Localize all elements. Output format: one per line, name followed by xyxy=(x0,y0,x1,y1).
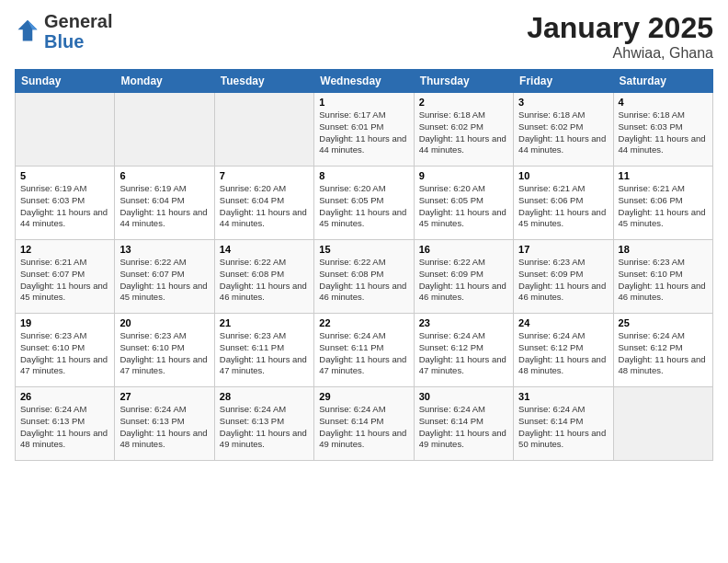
day-number: 13 xyxy=(119,244,209,255)
table-row: 11Sunrise: 6:21 AM Sunset: 6:06 PM Dayli… xyxy=(613,167,712,240)
day-number: 9 xyxy=(419,170,508,181)
day-number: 12 xyxy=(20,244,109,255)
col-monday: Monday xyxy=(115,70,214,93)
logo: General Blue xyxy=(15,11,112,52)
day-info: Sunrise: 6:18 AM Sunset: 6:02 PM Dayligh… xyxy=(419,109,508,156)
day-info: Sunrise: 6:23 AM Sunset: 6:10 PM Dayligh… xyxy=(20,330,109,377)
table-row: 22Sunrise: 6:24 AM Sunset: 6:11 PM Dayli… xyxy=(314,314,414,387)
day-number: 30 xyxy=(419,391,508,402)
day-info: Sunrise: 6:22 AM Sunset: 6:08 PM Dayligh… xyxy=(220,257,309,304)
table-row: 19Sunrise: 6:23 AM Sunset: 6:10 PM Dayli… xyxy=(16,314,115,387)
day-number: 21 xyxy=(220,317,309,328)
table-row: 23Sunrise: 6:24 AM Sunset: 6:12 PM Dayli… xyxy=(414,314,513,387)
day-info: Sunrise: 6:19 AM Sunset: 6:03 PM Dayligh… xyxy=(20,183,109,230)
month-title: January 2025 xyxy=(527,11,713,45)
table-row: 30Sunrise: 6:24 AM Sunset: 6:14 PM Dayli… xyxy=(414,387,513,461)
day-info: Sunrise: 6:22 AM Sunset: 6:07 PM Dayligh… xyxy=(119,257,209,304)
table-row: 1Sunrise: 6:17 AM Sunset: 6:01 PM Daylig… xyxy=(314,93,414,167)
col-thursday: Thursday xyxy=(414,70,513,93)
day-number: 18 xyxy=(619,244,708,255)
day-info: Sunrise: 6:23 AM Sunset: 6:10 PM Dayligh… xyxy=(619,257,708,304)
day-number: 23 xyxy=(419,317,508,328)
day-info: Sunrise: 6:23 AM Sunset: 6:09 PM Dayligh… xyxy=(518,257,608,304)
day-number: 22 xyxy=(319,317,408,328)
table-row: 28Sunrise: 6:24 AM Sunset: 6:13 PM Dayli… xyxy=(214,387,313,461)
col-wednesday: Wednesday xyxy=(314,70,414,93)
table-row: 31Sunrise: 6:24 AM Sunset: 6:14 PM Dayli… xyxy=(514,387,613,461)
table-row: 8Sunrise: 6:20 AM Sunset: 6:05 PM Daylig… xyxy=(314,167,414,240)
title-block: January 2025 Ahwiaa, Ghana xyxy=(527,11,713,62)
day-info: Sunrise: 6:24 AM Sunset: 6:14 PM Dayligh… xyxy=(518,404,608,451)
col-friday: Friday xyxy=(514,70,613,93)
table-row: 7Sunrise: 6:20 AM Sunset: 6:04 PM Daylig… xyxy=(214,167,313,240)
day-info: Sunrise: 6:23 AM Sunset: 6:11 PM Dayligh… xyxy=(220,330,309,377)
col-sunday: Sunday xyxy=(16,70,115,93)
day-info: Sunrise: 6:24 AM Sunset: 6:12 PM Dayligh… xyxy=(419,330,508,377)
table-row: 27Sunrise: 6:24 AM Sunset: 6:13 PM Dayli… xyxy=(115,387,214,461)
day-info: Sunrise: 6:24 AM Sunset: 6:14 PM Dayligh… xyxy=(419,404,508,451)
day-number: 7 xyxy=(220,170,309,181)
day-number: 28 xyxy=(220,391,309,402)
table-row: 26Sunrise: 6:24 AM Sunset: 6:13 PM Dayli… xyxy=(16,387,115,461)
day-info: Sunrise: 6:22 AM Sunset: 6:08 PM Dayligh… xyxy=(319,257,408,304)
day-info: Sunrise: 6:24 AM Sunset: 6:13 PM Dayligh… xyxy=(220,404,309,451)
table-row: 16Sunrise: 6:22 AM Sunset: 6:09 PM Dayli… xyxy=(414,240,513,314)
location-title: Ahwiaa, Ghana xyxy=(527,45,713,62)
day-number: 5 xyxy=(20,170,109,181)
table-row: 9Sunrise: 6:20 AM Sunset: 6:05 PM Daylig… xyxy=(414,167,513,240)
day-number: 3 xyxy=(518,97,608,108)
page: General Blue January 2025 Ahwiaa, Ghana … xyxy=(0,0,728,563)
day-number: 26 xyxy=(20,391,109,402)
day-info: Sunrise: 6:24 AM Sunset: 6:11 PM Dayligh… xyxy=(319,330,408,377)
day-number: 25 xyxy=(619,317,708,328)
day-info: Sunrise: 6:21 AM Sunset: 6:06 PM Dayligh… xyxy=(619,183,708,230)
day-info: Sunrise: 6:18 AM Sunset: 6:02 PM Dayligh… xyxy=(518,109,608,156)
day-number: 1 xyxy=(319,97,408,108)
day-number: 2 xyxy=(419,97,508,108)
day-number: 10 xyxy=(518,170,608,181)
svg-marker-0 xyxy=(18,20,38,41)
day-number: 4 xyxy=(619,97,708,108)
day-number: 24 xyxy=(518,317,608,328)
table-row: 24Sunrise: 6:24 AM Sunset: 6:12 PM Dayli… xyxy=(514,314,613,387)
day-info: Sunrise: 6:20 AM Sunset: 6:05 PM Dayligh… xyxy=(319,183,408,230)
day-number: 19 xyxy=(20,317,109,328)
table-row: 15Sunrise: 6:22 AM Sunset: 6:08 PM Dayli… xyxy=(314,240,414,314)
table-row: 10Sunrise: 6:21 AM Sunset: 6:06 PM Dayli… xyxy=(514,167,613,240)
table-row: 25Sunrise: 6:24 AM Sunset: 6:12 PM Dayli… xyxy=(613,314,712,387)
day-number: 6 xyxy=(119,170,209,181)
day-number: 15 xyxy=(319,244,408,255)
day-number: 31 xyxy=(518,391,608,402)
header: General Blue January 2025 Ahwiaa, Ghana xyxy=(15,11,713,62)
day-number: 17 xyxy=(518,244,608,255)
table-row: 12Sunrise: 6:21 AM Sunset: 6:07 PM Dayli… xyxy=(16,240,115,314)
table-row xyxy=(115,93,214,167)
day-number: 27 xyxy=(119,391,209,402)
day-info: Sunrise: 6:24 AM Sunset: 6:14 PM Dayligh… xyxy=(319,404,408,451)
table-row: 18Sunrise: 6:23 AM Sunset: 6:10 PM Dayli… xyxy=(613,240,712,314)
day-number: 14 xyxy=(220,244,309,255)
day-info: Sunrise: 6:20 AM Sunset: 6:05 PM Dayligh… xyxy=(419,183,508,230)
table-row: 14Sunrise: 6:22 AM Sunset: 6:08 PM Dayli… xyxy=(214,240,313,314)
day-info: Sunrise: 6:24 AM Sunset: 6:12 PM Dayligh… xyxy=(518,330,608,377)
day-number: 16 xyxy=(419,244,508,255)
table-row: 2Sunrise: 6:18 AM Sunset: 6:02 PM Daylig… xyxy=(414,93,513,167)
day-info: Sunrise: 6:23 AM Sunset: 6:10 PM Dayligh… xyxy=(119,330,209,377)
day-number: 11 xyxy=(619,170,708,181)
day-info: Sunrise: 6:20 AM Sunset: 6:04 PM Dayligh… xyxy=(220,183,309,230)
table-row: 21Sunrise: 6:23 AM Sunset: 6:11 PM Dayli… xyxy=(214,314,313,387)
table-row: 13Sunrise: 6:22 AM Sunset: 6:07 PM Dayli… xyxy=(115,240,214,314)
day-info: Sunrise: 6:19 AM Sunset: 6:04 PM Dayligh… xyxy=(119,183,209,230)
day-info: Sunrise: 6:24 AM Sunset: 6:13 PM Dayligh… xyxy=(119,404,209,451)
day-number: 8 xyxy=(319,170,408,181)
day-info: Sunrise: 6:24 AM Sunset: 6:12 PM Dayligh… xyxy=(619,330,708,377)
table-row: 6Sunrise: 6:19 AM Sunset: 6:04 PM Daylig… xyxy=(115,167,214,240)
day-info: Sunrise: 6:22 AM Sunset: 6:09 PM Dayligh… xyxy=(419,257,508,304)
table-row: 17Sunrise: 6:23 AM Sunset: 6:09 PM Dayli… xyxy=(514,240,613,314)
day-info: Sunrise: 6:21 AM Sunset: 6:06 PM Dayligh… xyxy=(518,183,608,230)
day-info: Sunrise: 6:17 AM Sunset: 6:01 PM Dayligh… xyxy=(319,109,408,156)
table-row xyxy=(613,387,712,461)
day-number: 20 xyxy=(119,317,209,328)
table-row: 3Sunrise: 6:18 AM Sunset: 6:02 PM Daylig… xyxy=(514,93,613,167)
table-row: 29Sunrise: 6:24 AM Sunset: 6:14 PM Dayli… xyxy=(314,387,414,461)
